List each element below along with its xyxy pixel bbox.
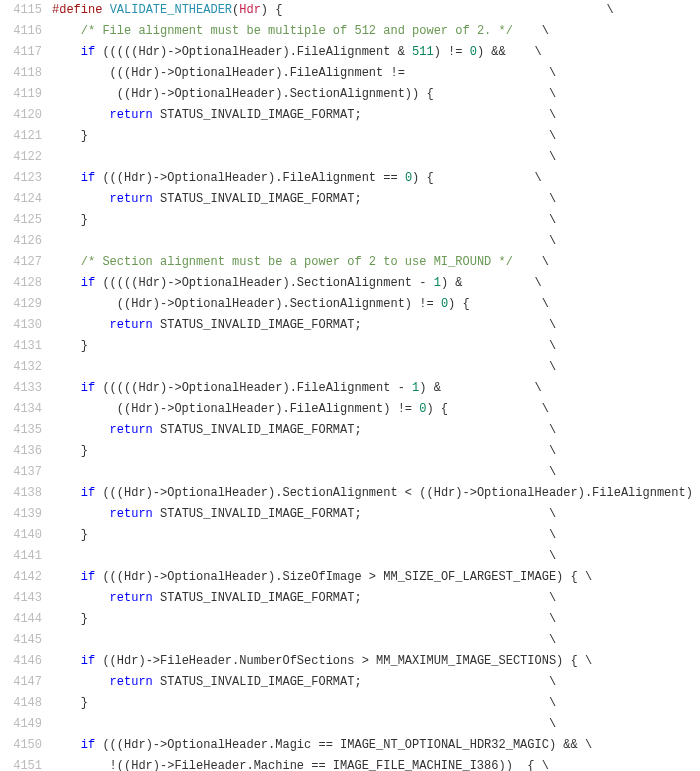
code-content: if (((Hdr)->OptionalHeader).FileAlignmen… (52, 168, 700, 189)
line-number: 4148 (0, 693, 52, 714)
code-token: \ (52, 465, 556, 479)
line-number: 4117 (0, 42, 52, 63)
line-number: 4124 (0, 189, 52, 210)
code-token: !((Hdr)->FileHeader.Machine == IMAGE_FIL… (110, 759, 549, 771)
code-line: 4128 if (((((Hdr)->OptionalHeader).Secti… (0, 273, 700, 294)
code-content: ((Hdr)->OptionalHeader).FileAlignment) !… (52, 399, 700, 420)
code-content: return STATUS_INVALID_IMAGE_FORMAT; \ (52, 315, 700, 336)
line-number: 4141 (0, 546, 52, 567)
code-content: \ (52, 630, 700, 651)
code-token: /* File alignment must be multiple of 51… (81, 24, 513, 38)
code-token: 1 (434, 276, 441, 290)
code-token: (((Hdr)->OptionalHeader).SectionAlignmen… (95, 486, 700, 500)
code-token: ((Hdr)->OptionalHeader).FileAlignment) !… (117, 402, 419, 416)
code-token: STATUS_INVALID_IMAGE_FORMAT; \ (153, 108, 556, 122)
code-content: } \ (52, 126, 700, 147)
code-token: if (81, 171, 95, 185)
code-token: } \ (81, 213, 556, 227)
code-content: if ((Hdr)->FileHeader.NumberOfSections >… (52, 651, 700, 672)
code-token: ) { \ (448, 297, 549, 311)
code-token: ) != (434, 45, 470, 59)
line-number: 4146 (0, 651, 52, 672)
line-number: 4120 (0, 105, 52, 126)
code-token: (((((Hdr)->OptionalHeader).FileAlignment… (95, 381, 412, 395)
code-line: 4127 /* Section alignment must be a powe… (0, 252, 700, 273)
code-token: ((Hdr)->OptionalHeader).SectionAlignment… (117, 297, 441, 311)
code-content: } \ (52, 693, 700, 714)
code-token: STATUS_INVALID_IMAGE_FORMAT; \ (153, 192, 556, 206)
code-content: \ (52, 357, 700, 378)
code-token: } \ (81, 612, 556, 626)
code-token: return (110, 192, 153, 206)
code-token: \ (52, 360, 556, 374)
code-token: \ (513, 255, 549, 269)
code-token: ) { \ (426, 402, 548, 416)
code-token: 0 (470, 45, 477, 59)
code-token: \ (52, 150, 556, 164)
line-number: 4129 (0, 294, 52, 315)
code-content: if (((Hdr)->OptionalHeader).SizeOfImage … (52, 567, 700, 588)
code-token: STATUS_INVALID_IMAGE_FORMAT; \ (153, 318, 556, 332)
code-line: 4125 } \ (0, 210, 700, 231)
code-line: 4135 return STATUS_INVALID_IMAGE_FORMAT;… (0, 420, 700, 441)
line-number: 4140 (0, 525, 52, 546)
code-content: (((Hdr)->OptionalHeader).FileAlignment !… (52, 63, 700, 84)
code-line: 4134 ((Hdr)->OptionalHeader).FileAlignme… (0, 399, 700, 420)
line-number: 4130 (0, 315, 52, 336)
code-content: if (((Hdr)->OptionalHeader).SectionAlign… (52, 483, 700, 504)
code-token: \ (52, 717, 556, 731)
code-token: if (81, 570, 95, 584)
code-token: (((Hdr)->OptionalHeader).FileAlignment =… (95, 171, 405, 185)
code-line: 4147 return STATUS_INVALID_IMAGE_FORMAT;… (0, 672, 700, 693)
code-content: ((Hdr)->OptionalHeader).SectionAlignment… (52, 84, 700, 105)
code-content: return STATUS_INVALID_IMAGE_FORMAT; \ (52, 504, 700, 525)
code-content: return STATUS_INVALID_IMAGE_FORMAT; \ (52, 420, 700, 441)
line-number: 4128 (0, 273, 52, 294)
code-content: } \ (52, 525, 700, 546)
code-content: } \ (52, 441, 700, 462)
code-token: STATUS_INVALID_IMAGE_FORMAT; \ (153, 675, 556, 689)
code-line: 4145 \ (0, 630, 700, 651)
code-line: 4141 \ (0, 546, 700, 567)
code-line: 4140 } \ (0, 525, 700, 546)
code-line: 4143 return STATUS_INVALID_IMAGE_FORMAT;… (0, 588, 700, 609)
code-content: } \ (52, 336, 700, 357)
code-token (102, 3, 109, 17)
line-number: 4121 (0, 126, 52, 147)
code-block: 4115#define VALIDATE_NTHEADER(Hdr) { \41… (0, 0, 700, 771)
code-token: /* Section alignment must be a power of … (81, 255, 513, 269)
line-number: 4150 (0, 735, 52, 756)
code-content: if (((((Hdr)->OptionalHeader).FileAlignm… (52, 42, 700, 63)
code-token: if (81, 276, 95, 290)
code-content: return STATUS_INVALID_IMAGE_FORMAT; \ (52, 588, 700, 609)
line-number: 4145 (0, 630, 52, 651)
code-token: if (81, 486, 95, 500)
line-number: 4151 (0, 756, 52, 771)
code-token: } \ (81, 696, 556, 710)
code-token: return (110, 108, 153, 122)
code-content: !((Hdr)->FileHeader.Machine == IMAGE_FIL… (52, 756, 700, 771)
code-token: STATUS_INVALID_IMAGE_FORMAT; \ (153, 507, 556, 521)
line-number: 4149 (0, 714, 52, 735)
code-token: ) & \ (441, 276, 542, 290)
line-number: 4118 (0, 63, 52, 84)
code-token: STATUS_INVALID_IMAGE_FORMAT; \ (153, 591, 556, 605)
code-line: 4132 \ (0, 357, 700, 378)
code-content: } \ (52, 210, 700, 231)
line-number: 4125 (0, 210, 52, 231)
line-number: 4116 (0, 21, 52, 42)
code-token: \ (52, 234, 556, 248)
code-content: return STATUS_INVALID_IMAGE_FORMAT; \ (52, 105, 700, 126)
code-token: (((((Hdr)->OptionalHeader).FileAlignment… (95, 45, 412, 59)
code-content: if (((Hdr)->OptionalHeader.Magic == IMAG… (52, 735, 700, 756)
code-line: 4115#define VALIDATE_NTHEADER(Hdr) { \ (0, 0, 700, 21)
code-token: STATUS_INVALID_IMAGE_FORMAT; \ (153, 423, 556, 437)
line-number: 4135 (0, 420, 52, 441)
code-token: (((Hdr)->OptionalHeader).SizeOfImage > M… (95, 570, 592, 584)
code-token: (((Hdr)->OptionalHeader.Magic == IMAGE_N… (95, 738, 592, 752)
code-token: if (81, 381, 95, 395)
code-content: \ (52, 231, 700, 252)
code-line: 4117 if (((((Hdr)->OptionalHeader).FileA… (0, 42, 700, 63)
code-token: 0 (441, 297, 448, 311)
code-token: if (81, 738, 95, 752)
